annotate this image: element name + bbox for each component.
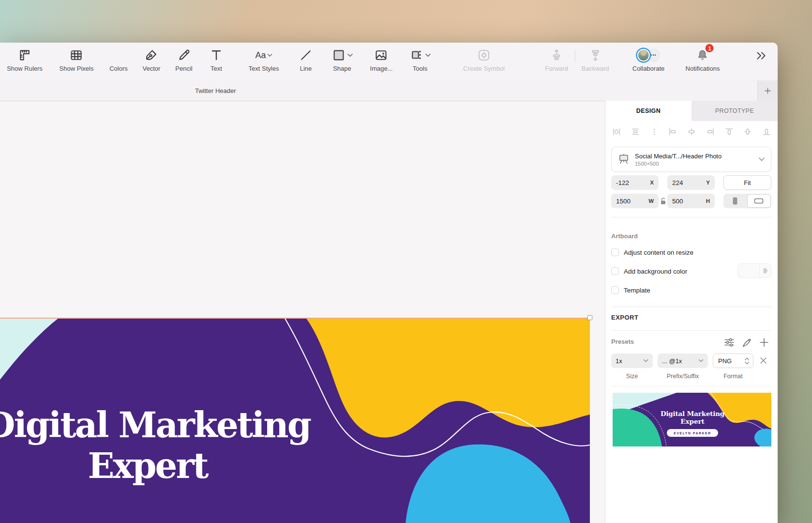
background-color-swatch[interactable] xyxy=(737,263,771,278)
toolbar-label: Text Styles xyxy=(249,65,279,72)
fit-button[interactable]: Fit xyxy=(723,175,771,190)
color-wheel-icon xyxy=(112,46,125,64)
distribute-vertically-icon[interactable] xyxy=(631,127,640,136)
layer-selector-dropdown[interactable]: Social Media/T.../Header Photo 1500×500 xyxy=(611,147,771,172)
height-field[interactable]: 500 H xyxy=(667,194,715,208)
alignment-toolbar xyxy=(612,126,771,138)
image-icon xyxy=(374,46,389,64)
new-tab-button[interactable] xyxy=(757,80,778,101)
toolbar-text[interactable]: Text xyxy=(209,46,224,72)
chevron-down-icon xyxy=(643,359,648,363)
collaborate-avatar-icon: ••• xyxy=(637,46,660,64)
divider xyxy=(611,386,771,386)
toolbar-label: Tools xyxy=(413,65,427,72)
checkbox-unchecked[interactable] xyxy=(611,248,619,256)
chevron-down-icon xyxy=(698,359,704,363)
height-value: 500 xyxy=(672,198,683,205)
presets-actions xyxy=(724,337,769,348)
toolbar-forward[interactable]: Forward xyxy=(545,46,568,72)
line-tool-icon xyxy=(299,46,313,64)
toolbar-label: Text xyxy=(211,65,222,72)
align-left-icon[interactable] xyxy=(668,127,677,136)
more-options-icon[interactable] xyxy=(650,127,659,136)
slice-knife-icon[interactable] xyxy=(741,337,752,348)
toolbar-show-pixels[interactable]: Show Pixels xyxy=(60,46,94,72)
headline-line1: Digital Marketing xyxy=(0,405,312,446)
canvas[interactable]: Digital Marketing Expert xyxy=(0,101,605,523)
toolbar-label: Backward xyxy=(581,65,609,72)
toolbar-label: Image... xyxy=(370,65,393,72)
toolbar-label: Collaborate xyxy=(632,65,665,72)
toolbar-tools[interactable]: Tools xyxy=(409,46,431,72)
checkbox-unchecked[interactable] xyxy=(611,286,619,294)
align-right-icon[interactable] xyxy=(706,127,715,136)
width-field[interactable]: 1500 W xyxy=(611,194,659,208)
checkbox-background-color[interactable]: Add background color xyxy=(611,266,687,277)
bring-forward-icon xyxy=(549,46,564,64)
toolbar-label: Pencil xyxy=(175,65,192,72)
toolbar-notifications[interactable]: 1 Notifications xyxy=(686,46,720,72)
chevron-down-icon xyxy=(758,156,765,163)
toolbar-label: Show Rulers xyxy=(7,65,43,72)
close-icon xyxy=(759,356,768,365)
x-value: -122 xyxy=(616,179,629,186)
toolbar-colors[interactable]: Colors xyxy=(109,46,128,72)
checkbox-unchecked[interactable] xyxy=(611,267,619,275)
layer-info: Social Media/T.../Header Photo 1500×500 xyxy=(635,153,758,167)
portrait-option[interactable] xyxy=(723,194,747,208)
export-size-dropdown[interactable]: 1x xyxy=(611,354,653,368)
export-prefix-dropdown[interactable]: ... @1x xyxy=(658,354,708,368)
align-top-icon[interactable] xyxy=(725,127,734,136)
document-tab-bar: Twitter Header xyxy=(0,80,778,101)
landscape-option-selected[interactable] xyxy=(747,194,771,208)
toolbar: Show Rulers Show Pixels Colors Vector Pe… xyxy=(0,43,778,80)
toolbar-image[interactable]: Image... xyxy=(370,46,393,72)
tab-prototype[interactable]: PROTOTYPE xyxy=(692,101,778,121)
tools-icon xyxy=(409,46,431,64)
export-section-heading: EXPORT xyxy=(611,314,638,321)
selection-handle[interactable] xyxy=(587,315,592,320)
toolbar-text-styles[interactable]: Aa Text Styles xyxy=(249,46,279,72)
double-chevron-right-icon xyxy=(755,49,767,62)
lock-aspect-icon[interactable] xyxy=(660,197,667,207)
svg-text:Aa: Aa xyxy=(256,50,267,60)
y-value: 224 xyxy=(672,179,683,186)
remove-preset-button[interactable] xyxy=(759,356,768,367)
headline-line2: Expert xyxy=(0,446,312,486)
checkbox-adjust-content[interactable]: Adjust content on resize xyxy=(611,247,693,258)
toolbar-backward[interactable]: Backward xyxy=(581,46,609,72)
export-format-stepper[interactable]: PNG xyxy=(713,354,753,368)
toolbar-create-symbol[interactable]: Create Symbol xyxy=(463,46,505,72)
artboard-easel-icon xyxy=(617,153,630,167)
divider xyxy=(611,307,771,307)
avatar xyxy=(637,49,650,62)
y-position-field[interactable]: 224 Y xyxy=(667,175,715,190)
sketch-window: Show Rulers Show Pixels Colors Vector Pe… xyxy=(0,43,778,523)
toolbar-divider xyxy=(575,49,575,62)
layer-title: Social Media/T.../Header Photo xyxy=(635,153,758,160)
distribute-horizontally-icon[interactable] xyxy=(612,127,621,136)
add-preset-icon[interactable] xyxy=(759,337,769,348)
toolbar-collaborate[interactable]: ••• Collaborate xyxy=(632,46,665,72)
checkbox-label: Adjust content on resize xyxy=(624,249,693,256)
toolbar-pencil[interactable]: Pencil xyxy=(175,46,192,72)
artboard-header-photo[interactable]: Digital Marketing Expert xyxy=(0,318,590,523)
toolbar-shape[interactable]: Shape xyxy=(331,46,353,72)
export-settings-icon[interactable] xyxy=(724,337,735,348)
toolbar-vector[interactable]: Vector xyxy=(143,46,161,72)
align-bottom-icon[interactable] xyxy=(762,127,771,136)
align-vertical-center-icon[interactable] xyxy=(743,127,752,136)
toolbar-show-rulers[interactable]: Show Rulers xyxy=(7,46,43,72)
x-position-field[interactable]: -122 X xyxy=(611,175,659,190)
align-horizontal-center-icon[interactable] xyxy=(687,127,696,136)
tab-design[interactable]: DESIGN xyxy=(605,101,692,121)
symbol-diamond-icon xyxy=(477,46,491,64)
checkbox-template[interactable]: Template xyxy=(611,285,650,295)
document-tab-twitter-header[interactable]: Twitter Header xyxy=(195,87,236,94)
prefix-value: ... @1x xyxy=(662,357,682,365)
landscape-icon xyxy=(754,198,764,204)
plus-icon xyxy=(764,87,772,95)
toolbar-line[interactable]: Line xyxy=(299,46,313,72)
export-preview-thumbnail[interactable]: Digital Marketing Expert EVELYN PARKER xyxy=(613,393,771,446)
toolbar-overflow-button[interactable] xyxy=(753,48,769,63)
